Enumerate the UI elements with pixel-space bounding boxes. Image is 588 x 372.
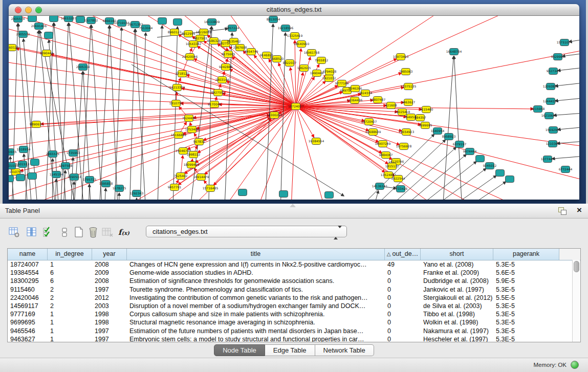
graph-node-label: 9463627: [402, 100, 416, 104]
delete-table-icon[interactable]: [86, 225, 100, 239]
graph-node[interactable]: [238, 189, 247, 196]
column-header-title[interactable]: title: [127, 249, 385, 260]
graph-node-label: 20691406: [31, 24, 47, 28]
table-row[interactable]: 1938455462009Genome-wide association stu…: [8, 269, 580, 277]
graph-node[interactable]: [279, 191, 288, 198]
column-header-in_degree[interactable]: in_degree: [48, 249, 92, 260]
cell-pagerank: 5.3E-5: [493, 286, 559, 294]
graph-edge: [296, 106, 572, 200]
dropdown-arrows-icon: [334, 228, 342, 237]
graph-node[interactable]: [506, 176, 514, 183]
graph-node-label: 2803144: [215, 78, 229, 81]
table-row[interactable]: 946554611997Estimation of the future num…: [8, 327, 580, 335]
graph-node-label: 1095818: [99, 182, 113, 185]
graph-node-label: 6772444: [559, 167, 573, 171]
graph-node[interactable]: [173, 19, 182, 26]
network-window[interactable]: citations_edges.txt 18724007183002958960…: [9, 4, 579, 200]
graph-node-label: 19218596: [278, 26, 294, 30]
graph-node-label: 6794028: [323, 70, 337, 73]
tab-edge-table[interactable]: Edge Table: [265, 344, 315, 356]
close-button[interactable]: [15, 7, 21, 13]
graph-edge: [55, 179, 56, 200]
graph-node[interactable]: [16, 174, 25, 181]
network-window-titlebar[interactable]: citations_edges.txt: [9, 4, 579, 16]
graph-node[interactable]: [31, 159, 39, 166]
network-canvas[interactable]: 1872400718300295896012389129551822605898…: [9, 16, 579, 200]
table-select-dropdown[interactable]: citations_edges.txt: [146, 226, 347, 237]
tab-node-table[interactable]: Node Table: [214, 344, 265, 356]
cell-year: 2008: [92, 277, 127, 285]
table-row[interactable]: 911546021997Tourette syndrome. Phenomeno…: [8, 286, 580, 294]
close-panel-icon[interactable]: ×: [577, 205, 582, 216]
new-table-icon[interactable]: [72, 225, 86, 239]
graph-node[interactable]: [45, 32, 53, 39]
table-mode-tabs: Node TableEdge TableNetwork Table: [0, 344, 588, 356]
memory-status-indicator[interactable]: [571, 361, 579, 369]
column-header-name[interactable]: name: [8, 249, 48, 260]
cell-in_degree: 1: [48, 260, 92, 269]
graph-node-label: 15716485: [203, 186, 219, 190]
graph-edge: [9, 106, 296, 167]
graph-node[interactable]: [76, 16, 85, 23]
table-settings-icon[interactable]: [7, 225, 21, 239]
graph-node[interactable]: [28, 16, 37, 22]
graph-node-label: 9246266: [349, 86, 362, 90]
graph-node-label: 984357: [415, 116, 426, 119]
graph-node[interactable]: [476, 156, 485, 162]
graph-node-label: 1815132: [385, 164, 399, 168]
cell-name: 14569117: [8, 302, 48, 310]
column-header-pagerank[interactable]: pagerank: [493, 249, 559, 260]
graph-edge: [9, 95, 296, 106]
graph-node-label: 1290513: [68, 175, 81, 179]
scrollbar-thumb[interactable]: [574, 261, 579, 272]
tab-network-table[interactable]: Network Table: [315, 344, 374, 356]
graph-node-label: 21364436: [347, 98, 363, 102]
graph-node-label: 12213379: [169, 85, 185, 89]
table-row[interactable]: 977716911998Corpus callosum shape and si…: [8, 310, 580, 318]
select-columns-icon[interactable]: [25, 225, 39, 239]
graph-node-label: 1998222: [187, 152, 201, 156]
column-header-short[interactable]: short: [421, 249, 493, 260]
vertical-scrollbar[interactable]: [572, 260, 580, 342]
graph-node-label: 9146821: [260, 53, 274, 57]
graph-edge: [554, 112, 579, 115]
graph-node-label: 9884067: [379, 153, 393, 157]
function-builder-icon[interactable]: f(x): [117, 225, 131, 239]
float-panel-icon[interactable]: [558, 207, 567, 214]
graph-edge: [103, 188, 106, 200]
table-row[interactable]: 946362711997Embryonic stem cells: a mode…: [8, 335, 580, 342]
network-view[interactable]: 1872400718300295896012389129551822605898…: [9, 16, 579, 200]
table-row[interactable]: 1872400712008Changes of HCN gene express…: [8, 260, 580, 269]
graph-node-label: 8322037: [283, 61, 297, 64]
table-row[interactable]: 2242004622012Investigating the contribut…: [8, 294, 580, 302]
splitter-grip[interactable]: [290, 204, 296, 207]
show-hide-columns-icon[interactable]: [41, 225, 55, 239]
graph-node[interactable]: [158, 18, 167, 25]
row-options-icon[interactable]: [57, 225, 72, 239]
graph-node[interactable]: [325, 192, 334, 199]
cell-pagerank: 5.9E-5: [493, 277, 559, 285]
cell-title: Disruption of a novel member of a sodium…: [127, 302, 385, 310]
zoom-button[interactable]: [35, 7, 42, 13]
table-row[interactable]: 1456911722003Disruption of a novel membe…: [8, 302, 580, 310]
graph-node[interactable]: [496, 170, 505, 177]
table-row[interactable]: 969969511998Structural magnetic resonanc…: [8, 318, 580, 326]
cell-short: Stergiakouli et al. (2012): [421, 294, 493, 302]
graph-edge: [9, 106, 296, 131]
graph-edge: [129, 29, 135, 200]
graph-node[interactable]: [28, 173, 37, 180]
table-row[interactable]: 1830029562008Estimation of significance …: [8, 277, 580, 285]
column-header-out_degree[interactable]: △out_de…: [385, 249, 421, 260]
import-table-disabled-icon: [100, 225, 115, 239]
graph-edge: [187, 75, 296, 106]
cell-in_degree: 6: [48, 269, 92, 277]
cell-short: Hescheler et al. (1997): [421, 335, 493, 342]
column-header-year[interactable]: year: [92, 249, 127, 260]
minimize-button[interactable]: [25, 7, 32, 13]
cell-out_degree: 0: [385, 318, 421, 326]
graph-edge: [296, 106, 579, 185]
graph-node[interactable]: [9, 176, 14, 182]
graph-node-label: 15166852: [171, 133, 187, 137]
graph-node[interactable]: [50, 16, 58, 22]
cell-in_degree: 1: [48, 310, 92, 318]
